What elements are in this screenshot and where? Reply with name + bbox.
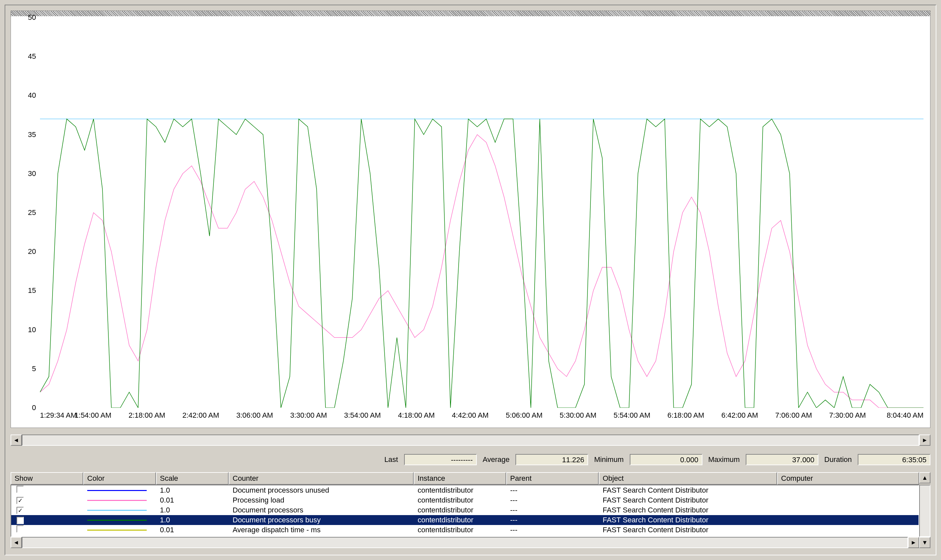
x-tick: 5:30:00 AM — [560, 411, 596, 420]
perfmon-window: 50454035302520151050 1:29:34 AM1:54:00 A… — [5, 5, 936, 555]
grid-scroll-right-icon[interactable]: ► — [908, 537, 919, 548]
y-tick: 45 — [28, 52, 36, 61]
cell-parent: --- — [507, 516, 599, 525]
col-instance[interactable]: Instance — [414, 472, 506, 485]
x-tick: 7:06:00 AM — [775, 411, 812, 420]
grid-scroll-up-icon[interactable]: ▲ — [919, 472, 930, 483]
show-checkbox[interactable] — [17, 525, 24, 532]
col-show[interactable]: Show — [11, 472, 83, 485]
last-label: Last — [383, 455, 400, 464]
cell-object: FAST Search Content Distributor — [599, 486, 778, 495]
x-tick: 6:18:00 AM — [668, 411, 704, 420]
chart-hatch — [11, 11, 930, 16]
cell-counter: Document processors — [229, 506, 414, 514]
average-value: 11.226 — [515, 454, 588, 465]
maximum-label: Maximum — [707, 455, 741, 464]
scroll-right-icon[interactable]: ► — [919, 435, 930, 446]
color-swatch — [87, 530, 147, 531]
cell-parent: --- — [507, 526, 599, 534]
scroll-track[interactable] — [22, 435, 919, 446]
cell-scale: 1.0 — [157, 486, 229, 495]
show-checkbox[interactable]: ✓ — [17, 517, 24, 524]
cell-instance: contentdistributor — [414, 496, 507, 505]
y-tick: 15 — [28, 286, 36, 295]
show-checkbox[interactable]: ✓ — [17, 507, 24, 514]
color-swatch — [87, 500, 147, 501]
cell-parent: --- — [507, 486, 599, 495]
col-parent[interactable]: Parent — [506, 472, 599, 485]
cell-object: FAST Search Content Distributor — [599, 496, 778, 505]
y-tick: 5 — [32, 365, 36, 373]
color-swatch — [87, 520, 147, 521]
x-tick: 1:54:00 AM — [75, 411, 111, 420]
cell-instance: contentdistributor — [414, 506, 507, 514]
cell-counter: Document processors busy — [229, 516, 414, 525]
x-tick: 2:18:00 AM — [128, 411, 165, 420]
y-tick: 50 — [28, 13, 36, 22]
col-computer[interactable]: Computer — [777, 472, 919, 485]
y-tick: 35 — [28, 131, 36, 139]
chart-svg — [40, 17, 924, 408]
col-counter[interactable]: Counter — [229, 472, 414, 485]
grid-scroll-down-icon[interactable]: ▼ — [919, 537, 930, 548]
counter-grid: Show Color Scale Counter Instance Parent… — [11, 472, 930, 548]
table-row[interactable]: 1.0Document processors unusedcontentdist… — [11, 485, 918, 495]
cell-scale: 1.0 — [157, 506, 229, 514]
x-tick: 8:04:40 AM — [887, 411, 924, 420]
plot-area — [40, 17, 924, 408]
cell-counter: Average dispatch time - ms — [229, 526, 414, 534]
x-tick: 4:18:00 AM — [398, 411, 435, 420]
table-row[interactable]: 0.01Average dispatch time - mscontentdis… — [11, 525, 918, 535]
last-value: --------- — [404, 454, 477, 465]
scroll-left-icon[interactable]: ◄ — [11, 435, 22, 446]
cell-scale: 0.01 — [157, 526, 229, 534]
col-color[interactable]: Color — [83, 472, 156, 485]
duration-value: 6:35:05 — [858, 454, 930, 465]
time-scrollbar[interactable]: ◄ ► — [11, 435, 930, 446]
x-tick: 5:06:00 AM — [506, 411, 543, 420]
duration-label: Duration — [823, 455, 853, 464]
table-row[interactable]: ✓1.0Document processorscontentdistributo… — [11, 505, 918, 515]
cell-scale: 0.01 — [157, 496, 229, 505]
color-swatch — [87, 510, 147, 511]
average-label: Average — [481, 455, 511, 464]
grid-vscroll-track[interactable] — [919, 485, 930, 537]
cell-parent: --- — [507, 496, 599, 505]
x-tick: 2:42:00 AM — [182, 411, 219, 420]
show-checkbox[interactable] — [17, 486, 24, 493]
maximum-value: 37.000 — [746, 454, 818, 465]
cell-object: FAST Search Content Distributor — [599, 516, 778, 525]
x-axis: 1:29:34 AM1:54:00 AM2:18:00 AM2:42:00 AM… — [40, 409, 924, 428]
grid-header: Show Color Scale Counter Instance Parent… — [11, 472, 919, 485]
table-row[interactable]: ✓0.01Processing loadcontentdistributor--… — [11, 495, 918, 505]
x-tick: 5:54:00 AM — [614, 411, 650, 420]
col-scale[interactable]: Scale — [156, 472, 229, 485]
col-object[interactable]: Object — [599, 472, 777, 485]
grid-hscroll-track[interactable] — [22, 537, 908, 548]
cell-counter: Document processors unused — [229, 486, 414, 495]
grid-scroll-left-icon[interactable]: ◄ — [11, 537, 22, 548]
cell-counter: Processing load — [229, 496, 414, 505]
stats-bar: Last --------- Average 11.226 Minimum 0.… — [11, 452, 930, 467]
minimum-label: Minimum — [593, 455, 625, 464]
x-tick: 3:30:00 AM — [290, 411, 327, 420]
series-line — [40, 135, 924, 408]
y-tick: 25 — [28, 208, 36, 217]
x-tick: 1:29:34 AM — [40, 411, 77, 420]
y-axis: 50454035302520151050 — [11, 17, 39, 408]
show-checkbox[interactable]: ✓ — [17, 497, 24, 504]
minimum-value: 0.000 — [630, 454, 702, 465]
cell-parent: --- — [507, 506, 599, 514]
x-tick: 7:30:00 AM — [829, 411, 865, 420]
cell-instance: contentdistributor — [414, 486, 507, 495]
cell-scale: 1.0 — [157, 516, 229, 525]
cell-instance: contentdistributor — [414, 526, 507, 534]
grid-body: 1.0Document processors unusedcontentdist… — [11, 485, 919, 537]
cell-object: FAST Search Content Distributor — [599, 526, 778, 534]
table-row[interactable]: ✓1.0Document processors busycontentdistr… — [11, 515, 918, 525]
color-swatch — [87, 490, 147, 491]
x-tick: 4:42:00 AM — [452, 411, 489, 420]
x-tick: 3:54:00 AM — [344, 411, 381, 420]
y-tick: 10 — [28, 326, 36, 334]
cell-object: FAST Search Content Distributor — [599, 506, 778, 514]
